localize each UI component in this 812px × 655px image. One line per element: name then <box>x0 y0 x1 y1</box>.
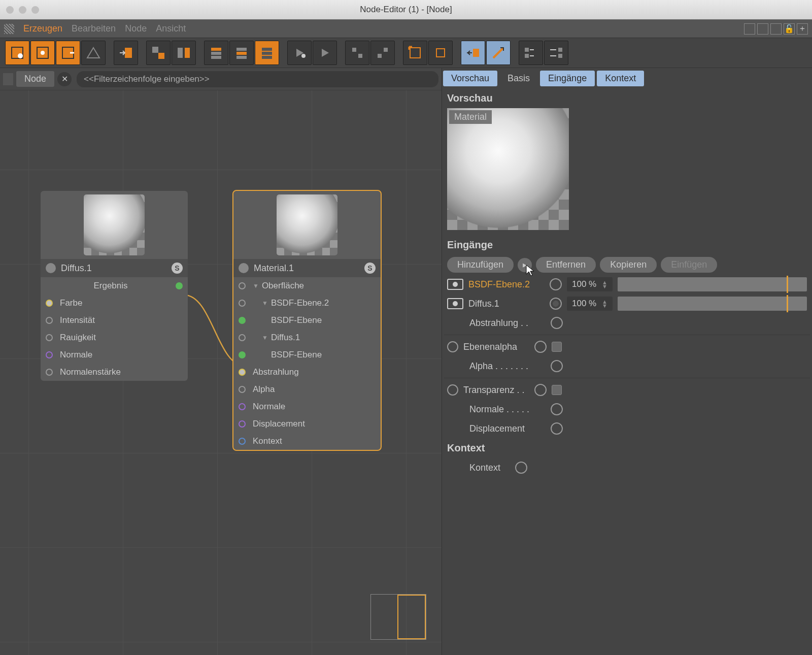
add-panel-icon[interactable]: ＋ <box>797 23 808 35</box>
paste-button[interactable]: Einfügen <box>661 257 717 273</box>
layout-icon-3[interactable] <box>770 23 782 35</box>
checkbox[interactable] <box>552 385 562 395</box>
nav-region <box>371 595 397 639</box>
node-graph[interactable]: Diffus.1 S Ergebnis Farbe Intensität Rau… <box>0 90 442 655</box>
row-label: BSDF-Ebene <box>271 350 322 360</box>
socket-icon[interactable] <box>551 317 563 329</box>
visibility-toggle[interactable] <box>447 298 463 309</box>
tool-import[interactable] <box>114 41 138 65</box>
menu-bearbeiten[interactable]: Bearbeiten <box>72 23 116 34</box>
tool-play-1[interactable] <box>287 41 312 65</box>
input-port[interactable] <box>239 282 246 289</box>
input-port[interactable] <box>239 300 246 307</box>
svg-rect-20 <box>352 48 356 52</box>
input-port[interactable] <box>46 369 53 376</box>
node-title-label: Diffus.1 <box>61 263 92 274</box>
remove-button[interactable]: Entfernen <box>536 257 596 273</box>
solo-icon[interactable]: S <box>364 263 376 274</box>
output-port[interactable] <box>176 282 183 289</box>
tool-align-3[interactable] <box>255 41 279 65</box>
svg-rect-8 <box>178 48 183 58</box>
input-port[interactable] <box>239 369 246 376</box>
socket-icon[interactable] <box>515 462 527 474</box>
menu-erzeugen[interactable]: Erzeugen <box>23 23 62 34</box>
socket-icon[interactable] <box>551 403 563 415</box>
socket-icon[interactable] <box>551 360 563 372</box>
layout-icon-2[interactable] <box>757 23 768 35</box>
tool-misc-2[interactable] <box>370 41 395 65</box>
row-label: Normale <box>253 402 285 412</box>
radio-button[interactable] <box>447 341 458 352</box>
radio-button[interactable] <box>447 384 458 396</box>
clear-filter-button[interactable]: ✕ <box>57 72 72 86</box>
row-label: Diffus.1 <box>271 333 300 343</box>
tool-nav-1[interactable] <box>461 41 485 65</box>
tool-group-2[interactable] <box>172 41 196 65</box>
drag-handle-icon[interactable] <box>3 73 13 85</box>
input-port[interactable] <box>239 438 246 445</box>
add-button[interactable]: Hinzufügen <box>447 257 514 273</box>
socket-icon[interactable] <box>551 422 563 435</box>
percent-slider[interactable] <box>618 297 807 311</box>
input-port[interactable] <box>239 351 246 358</box>
tab-basis[interactable]: Basis <box>499 71 538 86</box>
tool-group-1[interactable] <box>146 41 171 65</box>
chevron-down-icon[interactable]: ▼ <box>253 282 259 289</box>
tool-misc-1[interactable] <box>345 41 369 65</box>
breadcrumb[interactable]: Node <box>16 71 54 87</box>
tool-nav-2[interactable] <box>486 41 511 65</box>
input-port[interactable] <box>239 386 246 393</box>
row-label: BSDF-Ebene.2 <box>271 298 329 308</box>
menu-ansicht[interactable]: Ansicht <box>156 23 186 34</box>
input-port[interactable] <box>239 420 246 428</box>
tool-create-3[interactable] <box>56 41 80 65</box>
svg-rect-13 <box>236 48 247 51</box>
socket-icon[interactable] <box>550 278 562 290</box>
navigator[interactable] <box>370 594 426 640</box>
titlebar: Node-Editor (1) - [Node] <box>0 0 812 19</box>
filter-input[interactable]: <<Filterzeichenfolge eingeben>> <box>77 71 438 87</box>
input-port[interactable] <box>46 300 53 307</box>
node-title-label: Material.1 <box>254 263 294 274</box>
socket-icon[interactable] <box>534 341 547 353</box>
tab-kontext[interactable]: Kontext <box>597 71 644 86</box>
tab-eingaenge[interactable]: Eingänge <box>540 71 595 86</box>
node-diffus[interactable]: Diffus.1 S Ergebnis Farbe Intensität Rau… <box>41 191 188 381</box>
tool-frame-2[interactable] <box>428 41 453 65</box>
chevron-down-icon[interactable]: ▼ <box>262 334 268 341</box>
svg-point-1 <box>18 53 23 58</box>
socket-icon[interactable] <box>550 298 562 310</box>
app-icon <box>4 24 14 34</box>
lock-icon[interactable]: 🔓 <box>784 23 795 35</box>
tool-align-1[interactable] <box>204 41 228 65</box>
tool-triangle[interactable] <box>81 41 106 65</box>
tool-frame-1[interactable] <box>403 41 427 65</box>
node-material[interactable]: Material.1 S ▼Oberfläche ▼BSDF-Ebene.2 B… <box>233 191 381 450</box>
socket-icon[interactable] <box>534 384 547 396</box>
input-port[interactable] <box>46 317 53 324</box>
percent-field[interactable]: 100 %▲▼ <box>567 277 613 291</box>
tool-connect-1[interactable] <box>519 41 543 65</box>
tool-play-2[interactable] <box>313 41 337 65</box>
tool-connect-2[interactable] <box>544 41 568 65</box>
percent-slider[interactable] <box>618 277 807 291</box>
tool-create-2[interactable] <box>30 41 55 65</box>
tool-create-1[interactable] <box>5 41 29 65</box>
input-port[interactable] <box>239 317 246 324</box>
visibility-toggle[interactable] <box>447 279 463 290</box>
tool-align-2[interactable] <box>229 41 254 65</box>
checkbox[interactable] <box>552 342 562 352</box>
input-port[interactable] <box>46 351 53 358</box>
menu-node[interactable]: Node <box>125 23 147 34</box>
input-port[interactable] <box>239 403 246 410</box>
input-port[interactable] <box>239 334 246 341</box>
solo-icon[interactable]: S <box>172 263 183 274</box>
tab-vorschau[interactable]: Vorschau <box>443 71 497 86</box>
svg-rect-12 <box>211 56 221 59</box>
copy-button[interactable]: Kopieren <box>600 257 657 273</box>
row-label: Kontext <box>253 436 282 446</box>
percent-field[interactable]: 100 %▲▼ <box>567 297 613 311</box>
chevron-down-icon[interactable]: ▼ <box>262 300 268 307</box>
layout-icon-1[interactable] <box>744 23 755 35</box>
input-port[interactable] <box>46 334 53 341</box>
